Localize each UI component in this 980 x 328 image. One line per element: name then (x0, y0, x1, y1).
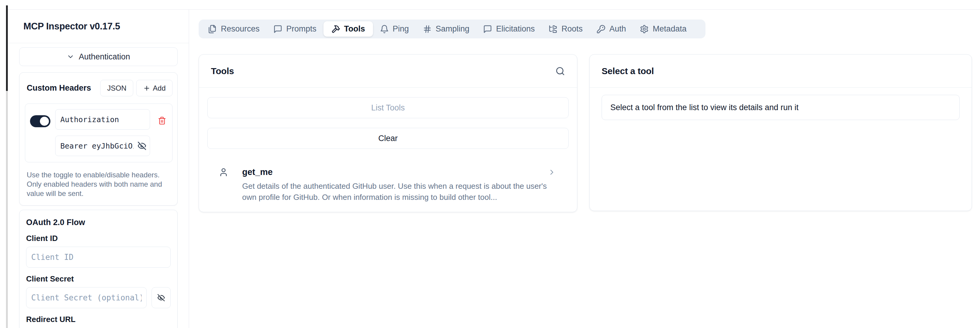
message-square-icon (274, 25, 282, 33)
add-header-button[interactable]: Add (136, 80, 173, 96)
tab-bar: Resources Prompts Tools Ping Sampling El… (199, 19, 705, 38)
tab-metadata[interactable]: Metadata (633, 19, 694, 38)
detail-panel-title: Select a tool (601, 66, 654, 76)
json-view-button[interactable]: JSON (100, 80, 133, 96)
header-row (25, 103, 173, 162)
app-title: MCP Inspector v0.17.5 (24, 21, 120, 32)
custom-headers-title: Custom Headers (27, 83, 91, 93)
clear-button[interactable]: Clear (207, 128, 569, 149)
header-value-input[interactable] (55, 135, 150, 156)
add-button-label: Add (153, 84, 165, 92)
authentication-section-label: Authentication (79, 52, 130, 62)
tools-panel-title: Tools (211, 66, 234, 76)
search-icon[interactable] (555, 66, 565, 76)
tab-label: Resources (221, 24, 259, 33)
hash-icon (423, 25, 432, 33)
trash-icon[interactable] (158, 116, 166, 125)
tool-list-item[interactable]: get_me Get details of the authenticated … (207, 158, 569, 203)
empty-state-text: Select a tool from the list to view its … (610, 103, 799, 112)
eye-off-icon (157, 293, 165, 303)
tab-label: Roots (562, 24, 583, 33)
tab-elicitations[interactable]: Elicitations (476, 19, 542, 38)
tab-label: Metadata (652, 24, 687, 33)
sidebar-header: MCP Inspector v0.17.5 (8, 10, 189, 43)
tab-label: Auth (609, 24, 626, 33)
client-secret-row (26, 283, 171, 308)
oauth-title: OAuth 2.0 Flow (26, 218, 171, 227)
list-tools-button[interactable]: List Tools (207, 97, 569, 118)
content-row: Tools List Tools Clear get_me Get (199, 54, 980, 212)
header-name-input[interactable] (55, 109, 150, 130)
header-value-wrap (55, 135, 150, 156)
hammer-icon (331, 25, 340, 33)
header-enabled-toggle[interactable] (30, 115, 51, 127)
bell-icon (380, 25, 389, 33)
tab-tools[interactable]: Tools (323, 21, 373, 37)
tab-label: Ping (393, 24, 409, 33)
settings-gear-icon (640, 25, 649, 33)
custom-headers-card: Custom Headers JSON Add (19, 72, 178, 205)
tab-label: Tools (344, 24, 365, 33)
detail-panel-header: Select a tool (590, 55, 972, 88)
app-root: MCP Inspector v0.17.5 Authentication Cus… (8, 9, 980, 328)
tool-name: get_me (242, 167, 550, 177)
plus-icon (143, 84, 150, 92)
tab-label: Prompts (286, 24, 317, 33)
tab-sampling[interactable]: Sampling (416, 19, 477, 38)
tools-panel: Tools List Tools Clear get_me Get (199, 54, 578, 212)
client-id-label: Client ID (26, 234, 171, 243)
json-button-label: JSON (107, 84, 126, 92)
eye-off-icon[interactable] (137, 141, 146, 150)
detail-panel-body: Select a tool from the list to view its … (590, 88, 972, 120)
user-icon (219, 167, 228, 177)
main-area: Resources Prompts Tools Ping Sampling El… (189, 10, 980, 328)
client-id-input[interactable] (26, 247, 171, 267)
tool-description: Get details of the authenticated GitHub … (242, 181, 550, 203)
custom-headers-head: Custom Headers JSON Add (25, 80, 173, 96)
tab-resources[interactable]: Resources (201, 19, 266, 38)
toggle-knob (40, 117, 49, 126)
folder-tree-icon (549, 25, 557, 33)
authentication-section-toggle[interactable]: Authentication (19, 48, 178, 66)
client-secret-label: Client Secret (26, 274, 171, 283)
client-secret-input[interactable] (26, 287, 147, 308)
toggle-secret-visibility-button[interactable] (151, 287, 171, 308)
key-icon (597, 25, 606, 33)
tab-prompts[interactable]: Prompts (266, 19, 323, 38)
empty-state-message: Select a tool from the list to view its … (601, 95, 959, 120)
sidebar: MCP Inspector v0.17.5 Authentication Cus… (8, 10, 189, 328)
tab-label: Elicitations (496, 24, 535, 33)
tools-panel-body: List Tools Clear get_me Get details of t… (199, 88, 577, 203)
tools-panel-header: Tools (199, 55, 577, 88)
tab-ping[interactable]: Ping (373, 19, 416, 38)
tab-roots[interactable]: Roots (542, 19, 590, 38)
files-icon (208, 25, 217, 33)
header-inputs (55, 109, 150, 156)
tab-auth[interactable]: Auth (590, 19, 633, 38)
tool-detail-panel: Select a tool Select a tool from the lis… (589, 54, 972, 211)
message-square-icon (483, 25, 492, 33)
custom-headers-actions: JSON Add (100, 80, 173, 96)
tab-label: Sampling (436, 24, 469, 33)
tool-text: get_me Get details of the authenticated … (242, 167, 550, 203)
oauth-flow-card: OAuth 2.0 Flow Client ID Client Secret R… (19, 210, 178, 328)
chevron-down-icon (67, 53, 75, 61)
chevron-right-icon (547, 168, 556, 177)
sidebar-body: Authentication Custom Headers JSON Add (8, 43, 189, 328)
headers-helper-text: Use the toggle to enable/disable headers… (27, 170, 171, 198)
redirect-url-label: Redirect URL (26, 315, 171, 324)
